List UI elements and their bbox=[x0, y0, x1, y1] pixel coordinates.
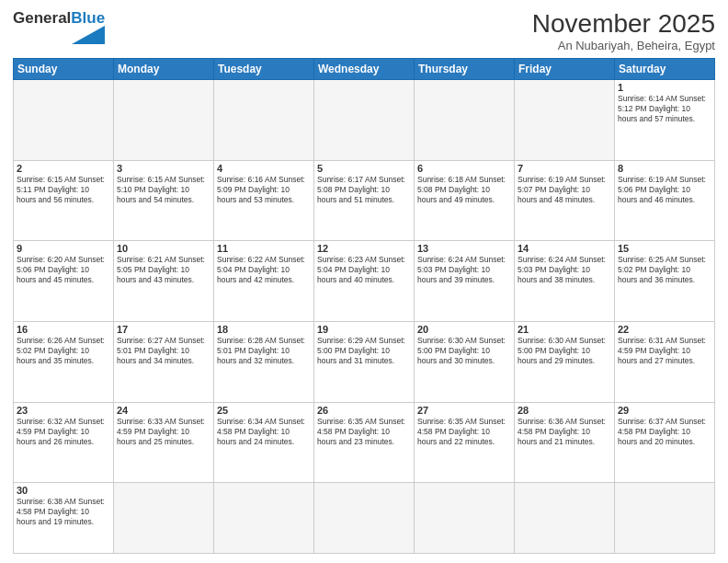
calendar-cell: 22Sunrise: 6:31 AM Sunset: 4:59 PM Dayli… bbox=[615, 321, 715, 402]
day-content: Sunrise: 6:14 AM Sunset: 5:12 PM Dayligh… bbox=[618, 94, 711, 124]
svg-marker-0 bbox=[72, 26, 105, 44]
day-content: Sunrise: 6:20 AM Sunset: 5:06 PM Dayligh… bbox=[17, 255, 110, 285]
calendar-week-row: 23Sunrise: 6:32 AM Sunset: 4:59 PM Dayli… bbox=[14, 402, 715, 483]
day-number: 10 bbox=[117, 243, 210, 254]
calendar-cell: 3Sunrise: 6:15 AM Sunset: 5:10 PM Daylig… bbox=[114, 160, 214, 241]
calendar-cell: 25Sunrise: 6:34 AM Sunset: 4:58 PM Dayli… bbox=[214, 402, 314, 483]
day-content: Sunrise: 6:36 AM Sunset: 4:58 PM Dayligh… bbox=[518, 417, 611, 447]
day-number: 23 bbox=[17, 405, 110, 416]
day-content: Sunrise: 6:32 AM Sunset: 4:59 PM Dayligh… bbox=[17, 417, 110, 447]
day-number: 13 bbox=[417, 243, 511, 254]
calendar-cell: 18Sunrise: 6:28 AM Sunset: 5:01 PM Dayli… bbox=[214, 321, 314, 402]
calendar-cell bbox=[615, 483, 715, 554]
day-content: Sunrise: 6:38 AM Sunset: 4:58 PM Dayligh… bbox=[17, 497, 110, 527]
day-content: Sunrise: 6:29 AM Sunset: 5:00 PM Dayligh… bbox=[317, 336, 411, 366]
calendar-cell: 21Sunrise: 6:30 AM Sunset: 5:00 PM Dayli… bbox=[515, 321, 615, 402]
day-content: Sunrise: 6:30 AM Sunset: 5:00 PM Dayligh… bbox=[518, 336, 611, 366]
day-number: 26 bbox=[317, 405, 411, 416]
calendar-cell bbox=[214, 80, 314, 161]
day-number: 28 bbox=[518, 405, 611, 416]
day-content: Sunrise: 6:25 AM Sunset: 5:02 PM Dayligh… bbox=[618, 255, 711, 285]
day-number: 16 bbox=[17, 324, 110, 335]
general-blue-logo: General Blue bbox=[13, 9, 105, 44]
day-number: 4 bbox=[217, 163, 311, 174]
calendar-cell bbox=[515, 483, 615, 554]
calendar-cell: 10Sunrise: 6:21 AM Sunset: 5:05 PM Dayli… bbox=[114, 241, 214, 322]
calendar-cell: 1Sunrise: 6:14 AM Sunset: 5:12 PM Daylig… bbox=[615, 80, 715, 161]
day-content: Sunrise: 6:19 AM Sunset: 5:07 PM Dayligh… bbox=[518, 175, 611, 205]
col-saturday: Saturday bbox=[615, 59, 715, 80]
calendar-cell: 7Sunrise: 6:19 AM Sunset: 5:07 PM Daylig… bbox=[515, 160, 615, 241]
calendar-cell: 26Sunrise: 6:35 AM Sunset: 4:58 PM Dayli… bbox=[314, 402, 415, 483]
calendar-cell: 13Sunrise: 6:24 AM Sunset: 5:03 PM Dayli… bbox=[415, 241, 515, 322]
day-content: Sunrise: 6:27 AM Sunset: 5:01 PM Dayligh… bbox=[117, 336, 210, 366]
day-number: 19 bbox=[317, 324, 411, 335]
day-content: Sunrise: 6:31 AM Sunset: 4:59 PM Dayligh… bbox=[618, 336, 711, 366]
day-number: 8 bbox=[618, 163, 711, 174]
calendar-cell: 8Sunrise: 6:19 AM Sunset: 5:06 PM Daylig… bbox=[615, 160, 715, 241]
day-content: Sunrise: 6:24 AM Sunset: 5:03 PM Dayligh… bbox=[518, 255, 611, 285]
calendar-cell: 2Sunrise: 6:15 AM Sunset: 5:11 PM Daylig… bbox=[14, 160, 114, 241]
calendar-cell: 23Sunrise: 6:32 AM Sunset: 4:59 PM Dayli… bbox=[14, 402, 114, 483]
calendar-header-row: Sunday Monday Tuesday Wednesday Thursday… bbox=[14, 59, 715, 80]
calendar-cell bbox=[114, 80, 214, 161]
day-content: Sunrise: 6:15 AM Sunset: 5:11 PM Dayligh… bbox=[17, 175, 110, 205]
calendar-body: 1Sunrise: 6:14 AM Sunset: 5:12 PM Daylig… bbox=[14, 80, 715, 554]
day-number: 6 bbox=[417, 163, 511, 174]
day-number: 14 bbox=[518, 243, 611, 254]
calendar-cell: 4Sunrise: 6:16 AM Sunset: 5:09 PM Daylig… bbox=[214, 160, 314, 241]
day-content: Sunrise: 6:26 AM Sunset: 5:02 PM Dayligh… bbox=[17, 336, 110, 366]
calendar-week-row: 9Sunrise: 6:20 AM Sunset: 5:06 PM Daylig… bbox=[14, 241, 715, 322]
calendar-cell: 28Sunrise: 6:36 AM Sunset: 4:58 PM Dayli… bbox=[515, 402, 615, 483]
day-content: Sunrise: 6:35 AM Sunset: 4:58 PM Dayligh… bbox=[317, 417, 411, 447]
calendar-week-row: 1Sunrise: 6:14 AM Sunset: 5:12 PM Daylig… bbox=[14, 80, 715, 161]
day-number: 20 bbox=[417, 324, 511, 335]
day-content: Sunrise: 6:33 AM Sunset: 4:59 PM Dayligh… bbox=[117, 417, 210, 447]
day-content: Sunrise: 6:17 AM Sunset: 5:08 PM Dayligh… bbox=[317, 175, 411, 205]
day-number: 2 bbox=[17, 163, 110, 174]
calendar-cell: 6Sunrise: 6:18 AM Sunset: 5:08 PM Daylig… bbox=[415, 160, 515, 241]
day-number: 1 bbox=[618, 82, 711, 93]
calendar-cell bbox=[415, 80, 515, 161]
day-number: 21 bbox=[518, 324, 611, 335]
day-content: Sunrise: 6:16 AM Sunset: 5:09 PM Dayligh… bbox=[217, 175, 311, 205]
day-number: 25 bbox=[217, 405, 311, 416]
day-number: 22 bbox=[618, 324, 711, 335]
logo-general: General bbox=[13, 9, 71, 28]
page: General Blue November 2025 An Nubariyah,… bbox=[0, 0, 728, 563]
day-number: 3 bbox=[117, 163, 210, 174]
calendar-cell: 17Sunrise: 6:27 AM Sunset: 5:01 PM Dayli… bbox=[114, 321, 214, 402]
col-sunday: Sunday bbox=[14, 59, 114, 80]
calendar-cell bbox=[214, 483, 314, 554]
day-number: 15 bbox=[618, 243, 711, 254]
day-content: Sunrise: 6:15 AM Sunset: 5:10 PM Dayligh… bbox=[117, 175, 210, 205]
day-content: Sunrise: 6:24 AM Sunset: 5:03 PM Dayligh… bbox=[417, 255, 511, 285]
calendar-cell bbox=[114, 483, 214, 554]
day-number: 29 bbox=[618, 405, 711, 416]
header: General Blue November 2025 An Nubariyah,… bbox=[13, 9, 715, 52]
day-number: 11 bbox=[217, 243, 311, 254]
day-number: 7 bbox=[518, 163, 611, 174]
day-content: Sunrise: 6:34 AM Sunset: 4:58 PM Dayligh… bbox=[217, 417, 311, 447]
day-content: Sunrise: 6:22 AM Sunset: 5:04 PM Dayligh… bbox=[217, 255, 311, 285]
calendar-cell bbox=[314, 483, 415, 554]
calendar-week-row: 30Sunrise: 6:38 AM Sunset: 4:58 PM Dayli… bbox=[14, 483, 715, 554]
calendar-cell: 14Sunrise: 6:24 AM Sunset: 5:03 PM Dayli… bbox=[515, 241, 615, 322]
day-number: 24 bbox=[117, 405, 210, 416]
day-number: 9 bbox=[17, 243, 110, 254]
day-content: Sunrise: 6:19 AM Sunset: 5:06 PM Dayligh… bbox=[618, 175, 711, 205]
day-content: Sunrise: 6:37 AM Sunset: 4:58 PM Dayligh… bbox=[618, 417, 711, 447]
calendar-cell bbox=[14, 80, 114, 161]
month-title: November 2025 bbox=[532, 9, 715, 39]
logo-blue: Blue bbox=[71, 9, 105, 28]
calendar-cell bbox=[515, 80, 615, 161]
col-tuesday: Tuesday bbox=[214, 59, 314, 80]
calendar-week-row: 2Sunrise: 6:15 AM Sunset: 5:11 PM Daylig… bbox=[14, 160, 715, 241]
day-number: 30 bbox=[17, 485, 110, 496]
calendar-cell: 29Sunrise: 6:37 AM Sunset: 4:58 PM Dayli… bbox=[615, 402, 715, 483]
day-number: 12 bbox=[317, 243, 411, 254]
subtitle: An Nubariyah, Beheira, Egypt bbox=[532, 39, 715, 52]
calendar-cell: 12Sunrise: 6:23 AM Sunset: 5:04 PM Dayli… bbox=[314, 241, 415, 322]
title-area: November 2025 An Nubariyah, Beheira, Egy… bbox=[532, 9, 715, 52]
logo-triangle-icon bbox=[72, 26, 105, 44]
